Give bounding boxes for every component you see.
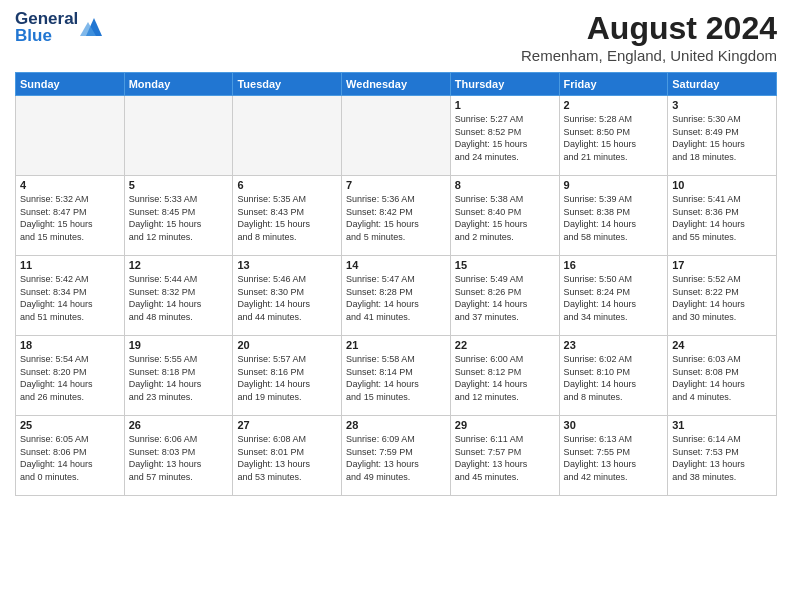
page: General Blue August 2024 Remenham, Engla… bbox=[0, 0, 792, 506]
cell-content: Sunrise: 6:06 AM Sunset: 8:03 PM Dayligh… bbox=[129, 433, 229, 483]
calendar-cell: 5Sunrise: 5:33 AM Sunset: 8:45 PM Daylig… bbox=[124, 176, 233, 256]
calendar-cell: 28Sunrise: 6:09 AM Sunset: 7:59 PM Dayli… bbox=[342, 416, 451, 496]
cell-content: Sunrise: 6:14 AM Sunset: 7:53 PM Dayligh… bbox=[672, 433, 772, 483]
location: Remenham, England, United Kingdom bbox=[521, 47, 777, 64]
cell-content: Sunrise: 5:54 AM Sunset: 8:20 PM Dayligh… bbox=[20, 353, 120, 403]
month-year: August 2024 bbox=[521, 10, 777, 47]
day-number: 18 bbox=[20, 339, 120, 351]
cell-content: Sunrise: 6:03 AM Sunset: 8:08 PM Dayligh… bbox=[672, 353, 772, 403]
header: General Blue August 2024 Remenham, Engla… bbox=[15, 10, 777, 64]
cell-content: Sunrise: 5:46 AM Sunset: 8:30 PM Dayligh… bbox=[237, 273, 337, 323]
calendar-cell: 6Sunrise: 5:35 AM Sunset: 8:43 PM Daylig… bbox=[233, 176, 342, 256]
calendar-cell: 22Sunrise: 6:00 AM Sunset: 8:12 PM Dayli… bbox=[450, 336, 559, 416]
day-number: 27 bbox=[237, 419, 337, 431]
col-header-tuesday: Tuesday bbox=[233, 73, 342, 96]
cell-content: Sunrise: 6:05 AM Sunset: 8:06 PM Dayligh… bbox=[20, 433, 120, 483]
day-number: 12 bbox=[129, 259, 229, 271]
week-row-1: 1Sunrise: 5:27 AM Sunset: 8:52 PM Daylig… bbox=[16, 96, 777, 176]
day-number: 25 bbox=[20, 419, 120, 431]
day-number: 4 bbox=[20, 179, 120, 191]
day-number: 29 bbox=[455, 419, 555, 431]
cell-content: Sunrise: 5:28 AM Sunset: 8:50 PM Dayligh… bbox=[564, 113, 664, 163]
cell-content: Sunrise: 6:02 AM Sunset: 8:10 PM Dayligh… bbox=[564, 353, 664, 403]
cell-content: Sunrise: 5:47 AM Sunset: 8:28 PM Dayligh… bbox=[346, 273, 446, 323]
day-number: 5 bbox=[129, 179, 229, 191]
col-header-saturday: Saturday bbox=[668, 73, 777, 96]
calendar-cell: 23Sunrise: 6:02 AM Sunset: 8:10 PM Dayli… bbox=[559, 336, 668, 416]
calendar-cell: 30Sunrise: 6:13 AM Sunset: 7:55 PM Dayli… bbox=[559, 416, 668, 496]
calendar-cell bbox=[124, 96, 233, 176]
col-header-friday: Friday bbox=[559, 73, 668, 96]
calendar-cell: 11Sunrise: 5:42 AM Sunset: 8:34 PM Dayli… bbox=[16, 256, 125, 336]
cell-content: Sunrise: 5:39 AM Sunset: 8:38 PM Dayligh… bbox=[564, 193, 664, 243]
day-number: 15 bbox=[455, 259, 555, 271]
cell-content: Sunrise: 5:55 AM Sunset: 8:18 PM Dayligh… bbox=[129, 353, 229, 403]
week-row-3: 11Sunrise: 5:42 AM Sunset: 8:34 PM Dayli… bbox=[16, 256, 777, 336]
cell-content: Sunrise: 6:08 AM Sunset: 8:01 PM Dayligh… bbox=[237, 433, 337, 483]
calendar-cell: 24Sunrise: 6:03 AM Sunset: 8:08 PM Dayli… bbox=[668, 336, 777, 416]
cell-content: Sunrise: 6:11 AM Sunset: 7:57 PM Dayligh… bbox=[455, 433, 555, 483]
calendar-cell: 8Sunrise: 5:38 AM Sunset: 8:40 PM Daylig… bbox=[450, 176, 559, 256]
day-number: 19 bbox=[129, 339, 229, 351]
calendar-cell: 15Sunrise: 5:49 AM Sunset: 8:26 PM Dayli… bbox=[450, 256, 559, 336]
calendar-cell: 26Sunrise: 6:06 AM Sunset: 8:03 PM Dayli… bbox=[124, 416, 233, 496]
calendar-cell bbox=[233, 96, 342, 176]
calendar-cell: 13Sunrise: 5:46 AM Sunset: 8:30 PM Dayli… bbox=[233, 256, 342, 336]
calendar-cell: 20Sunrise: 5:57 AM Sunset: 8:16 PM Dayli… bbox=[233, 336, 342, 416]
col-header-sunday: Sunday bbox=[16, 73, 125, 96]
cell-content: Sunrise: 6:09 AM Sunset: 7:59 PM Dayligh… bbox=[346, 433, 446, 483]
calendar-cell: 17Sunrise: 5:52 AM Sunset: 8:22 PM Dayli… bbox=[668, 256, 777, 336]
cell-content: Sunrise: 5:44 AM Sunset: 8:32 PM Dayligh… bbox=[129, 273, 229, 323]
calendar-cell bbox=[16, 96, 125, 176]
cell-content: Sunrise: 5:57 AM Sunset: 8:16 PM Dayligh… bbox=[237, 353, 337, 403]
col-header-wednesday: Wednesday bbox=[342, 73, 451, 96]
day-number: 3 bbox=[672, 99, 772, 111]
calendar-cell: 7Sunrise: 5:36 AM Sunset: 8:42 PM Daylig… bbox=[342, 176, 451, 256]
day-number: 26 bbox=[129, 419, 229, 431]
cell-content: Sunrise: 5:35 AM Sunset: 8:43 PM Dayligh… bbox=[237, 193, 337, 243]
cell-content: Sunrise: 5:27 AM Sunset: 8:52 PM Dayligh… bbox=[455, 113, 555, 163]
day-number: 30 bbox=[564, 419, 664, 431]
calendar-table: SundayMondayTuesdayWednesdayThursdayFrid… bbox=[15, 72, 777, 496]
col-header-monday: Monday bbox=[124, 73, 233, 96]
day-number: 23 bbox=[564, 339, 664, 351]
cell-content: Sunrise: 5:32 AM Sunset: 8:47 PM Dayligh… bbox=[20, 193, 120, 243]
calendar-cell: 3Sunrise: 5:30 AM Sunset: 8:49 PM Daylig… bbox=[668, 96, 777, 176]
calendar-cell: 1Sunrise: 5:27 AM Sunset: 8:52 PM Daylig… bbox=[450, 96, 559, 176]
cell-content: Sunrise: 5:38 AM Sunset: 8:40 PM Dayligh… bbox=[455, 193, 555, 243]
calendar-cell: 14Sunrise: 5:47 AM Sunset: 8:28 PM Dayli… bbox=[342, 256, 451, 336]
calendar-cell: 25Sunrise: 6:05 AM Sunset: 8:06 PM Dayli… bbox=[16, 416, 125, 496]
calendar-cell bbox=[342, 96, 451, 176]
calendar-cell: 27Sunrise: 6:08 AM Sunset: 8:01 PM Dayli… bbox=[233, 416, 342, 496]
cell-content: Sunrise: 5:33 AM Sunset: 8:45 PM Dayligh… bbox=[129, 193, 229, 243]
cell-content: Sunrise: 5:30 AM Sunset: 8:49 PM Dayligh… bbox=[672, 113, 772, 163]
header-row: SundayMondayTuesdayWednesdayThursdayFrid… bbox=[16, 73, 777, 96]
day-number: 1 bbox=[455, 99, 555, 111]
day-number: 22 bbox=[455, 339, 555, 351]
day-number: 28 bbox=[346, 419, 446, 431]
cell-content: Sunrise: 6:13 AM Sunset: 7:55 PM Dayligh… bbox=[564, 433, 664, 483]
day-number: 14 bbox=[346, 259, 446, 271]
logo: General Blue bbox=[15, 10, 102, 44]
day-number: 17 bbox=[672, 259, 772, 271]
day-number: 6 bbox=[237, 179, 337, 191]
calendar-cell: 21Sunrise: 5:58 AM Sunset: 8:14 PM Dayli… bbox=[342, 336, 451, 416]
day-number: 16 bbox=[564, 259, 664, 271]
week-row-5: 25Sunrise: 6:05 AM Sunset: 8:06 PM Dayli… bbox=[16, 416, 777, 496]
day-number: 24 bbox=[672, 339, 772, 351]
calendar-cell: 4Sunrise: 5:32 AM Sunset: 8:47 PM Daylig… bbox=[16, 176, 125, 256]
cell-content: Sunrise: 5:41 AM Sunset: 8:36 PM Dayligh… bbox=[672, 193, 772, 243]
day-number: 7 bbox=[346, 179, 446, 191]
title-block: August 2024 Remenham, England, United Ki… bbox=[521, 10, 777, 64]
calendar-cell: 10Sunrise: 5:41 AM Sunset: 8:36 PM Dayli… bbox=[668, 176, 777, 256]
week-row-2: 4Sunrise: 5:32 AM Sunset: 8:47 PM Daylig… bbox=[16, 176, 777, 256]
day-number: 13 bbox=[237, 259, 337, 271]
day-number: 11 bbox=[20, 259, 120, 271]
day-number: 21 bbox=[346, 339, 446, 351]
day-number: 8 bbox=[455, 179, 555, 191]
day-number: 2 bbox=[564, 99, 664, 111]
day-number: 9 bbox=[564, 179, 664, 191]
week-row-4: 18Sunrise: 5:54 AM Sunset: 8:20 PM Dayli… bbox=[16, 336, 777, 416]
cell-content: Sunrise: 5:50 AM Sunset: 8:24 PM Dayligh… bbox=[564, 273, 664, 323]
calendar-cell: 19Sunrise: 5:55 AM Sunset: 8:18 PM Dayli… bbox=[124, 336, 233, 416]
